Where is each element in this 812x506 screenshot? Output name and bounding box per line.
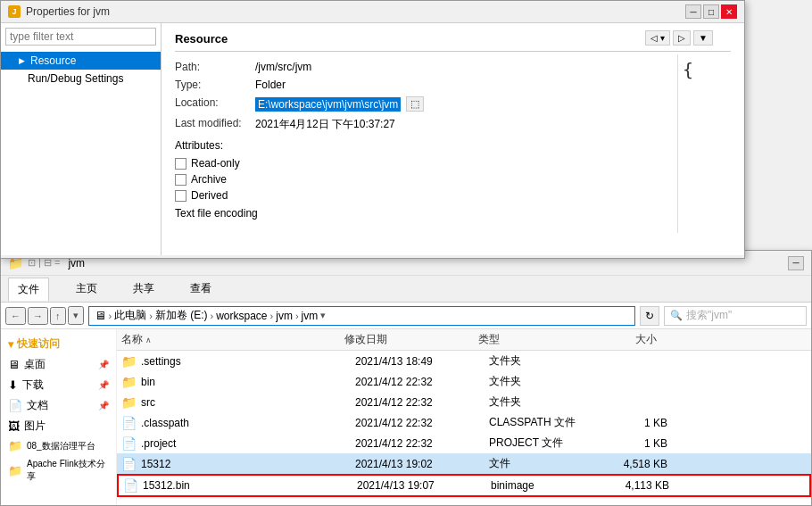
- file-date-settings: 2021/4/13 18:49: [355, 355, 489, 368]
- col-header-size[interactable]: 大小: [585, 332, 657, 347]
- col-header-date[interactable]: 修改日期: [344, 332, 478, 347]
- location-row-content: E:\workspace\jvm\jvm\src\jvm ⬚: [255, 96, 424, 112]
- archive-row: Archive: [175, 173, 731, 186]
- sidebar-item-pictures[interactable]: 🖼 图片: [1, 416, 116, 436]
- nav-item-rundebug[interactable]: Run/Debug Settings: [1, 70, 161, 87]
- sidebar-item-flink[interactable]: 📁 Apache Flink技术分享: [1, 455, 116, 485]
- flink-icon: 📁: [8, 464, 22, 477]
- dropdown-button[interactable]: ▼: [693, 30, 713, 46]
- type-label: Type:: [175, 79, 255, 91]
- pin-icon-documents: 📌: [98, 401, 109, 411]
- file-name-bin: bin: [141, 376, 155, 388]
- recent-nav-button[interactable]: ▾: [68, 306, 84, 325]
- file-list-header: 名称 ∧ 修改日期 类型 大小: [117, 329, 811, 351]
- sidebar-item-documents[interactable]: 📄 文档 📌: [1, 395, 116, 416]
- folder-icon-src: 📁: [121, 395, 137, 410]
- path-label: Path:: [175, 61, 255, 73]
- readonly-checkbox[interactable]: [175, 158, 186, 170]
- address-part-drive[interactable]: 新加卷 (E:): [155, 308, 208, 323]
- location-row: Location: E:\workspace\jvm\jvm\src\jvm ⬚: [175, 96, 731, 112]
- address-part-computer: 🖥: [95, 309, 106, 322]
- address-part-pc[interactable]: 此电脑: [114, 308, 146, 323]
- explorer-body: ▾ 快速访问 🖥 桌面 📌 ⬇ 下载 📌 📄 文档 📌 🖼 图片: [1, 329, 811, 505]
- ribbon-tab-home[interactable]: 主页: [67, 278, 106, 300]
- derived-checkbox[interactable]: [175, 190, 186, 202]
- file-icon-project: 📄: [121, 436, 137, 451]
- sidebar-item-platform[interactable]: 📁 08_数据治理平台: [1, 436, 116, 455]
- file-type-src: 文件夹: [489, 394, 596, 410]
- file-row-src[interactable]: 📁 src 2021/4/12 22:32 文件夹: [117, 392, 811, 412]
- file-date-15312: 2021/4/13 19:02: [355, 458, 489, 470]
- nav-item-resource-label: Resource: [30, 54, 76, 67]
- file-row-classpath[interactable]: 📄 .classpath 2021/4/12 22:32 CLASSPATH 文…: [117, 412, 811, 433]
- file-size-15312: 4,518 KB: [596, 458, 667, 470]
- file-date-bin: 2021/4/12 22:32: [355, 376, 489, 388]
- minimize-button[interactable]: ─: [685, 4, 701, 19]
- file-icon-15312: 📄: [121, 457, 137, 471]
- path-row: Path: /jvm/src/jvm: [175, 61, 731, 73]
- address-path[interactable]: 🖥 › 此电脑 › 新加卷 (E:) › workspace › jvm › j…: [88, 306, 636, 326]
- quick-access-arrow: ▾: [8, 338, 13, 351]
- forward-button[interactable]: ▷: [673, 30, 691, 46]
- close-button[interactable]: ✕: [721, 4, 737, 19]
- file-date-project: 2021/4/12 22:32: [355, 437, 489, 450]
- ribbon-tab-share[interactable]: 共享: [124, 278, 163, 300]
- address-part-jvm1[interactable]: jvm: [276, 310, 293, 322]
- nav-arrow-icon: ▶: [19, 56, 25, 65]
- maximize-button[interactable]: □: [703, 4, 719, 19]
- derived-row: Derived: [175, 189, 731, 202]
- nav-item-resource[interactable]: ▶ Resource: [1, 52, 161, 70]
- file-row-bin[interactable]: 📁 bin 2021/4/12 22:32 文件夹: [117, 371, 811, 392]
- back-nav-button[interactable]: ←: [5, 307, 26, 325]
- encoding-label: Text file encoding: [175, 207, 731, 220]
- sidebar-item-downloads[interactable]: ⬇ 下载 📌: [1, 375, 116, 395]
- file-type-settings: 文件夹: [489, 353, 596, 369]
- file-type-15312bin: binimage: [491, 479, 598, 492]
- refresh-button[interactable]: ↻: [640, 306, 659, 326]
- search-box[interactable]: 🔍 搜索"jvm": [664, 306, 807, 326]
- lastmod-row: Last modified: 2021年4月12日 下午10:37:27: [175, 117, 731, 132]
- folder-icon-settings: 📁: [121, 354, 137, 369]
- readonly-label: Read-only: [191, 157, 240, 170]
- file-name-classpath: .classpath: [141, 417, 189, 429]
- archive-label: Archive: [191, 173, 227, 186]
- file-name-src: src: [141, 396, 155, 409]
- lastmod-value: 2021年4月12日 下午10:37:27: [255, 117, 395, 132]
- lastmod-label: Last modified:: [175, 117, 255, 129]
- address-part-workspace[interactable]: workspace: [216, 310, 267, 322]
- type-row: Type: Folder: [175, 79, 731, 91]
- up-nav-button[interactable]: ↑: [50, 307, 66, 325]
- pin-icon-downloads: 📌: [98, 380, 109, 390]
- forward-nav-button[interactable]: →: [28, 307, 48, 325]
- file-name-project: .project: [141, 437, 176, 450]
- file-row-15312bin[interactable]: 📄 15312.bin 2021/4/13 19:07 binimage 4,1…: [117, 474, 811, 497]
- archive-checkbox[interactable]: [175, 174, 186, 186]
- derived-label: Derived: [191, 189, 228, 202]
- dialog-window-controls: ─ □ ✕: [685, 4, 737, 19]
- back-button[interactable]: ◁ ▾: [645, 30, 670, 46]
- attributes-section: Attributes: Read-only Archive Derived Te…: [175, 139, 731, 220]
- file-size-classpath: 1 KB: [596, 417, 667, 429]
- ribbon-tab-view[interactable]: 查看: [181, 278, 220, 300]
- filter-input[interactable]: [5, 28, 156, 46]
- left-panel: ▶ Resource Run/Debug Settings: [1, 23, 162, 255]
- file-row-15312[interactable]: 📄 15312 2021/4/13 19:02 文件 4,518 KB: [117, 453, 811, 474]
- file-row-project[interactable]: 📄 .project 2021/4/12 22:32 PROJECT 文件 1 …: [117, 433, 811, 453]
- nav-buttons: ← → ↑ ▾: [5, 306, 84, 325]
- desktop-icon: 🖥: [8, 358, 20, 371]
- ribbon-tab-file[interactable]: 文件: [8, 278, 49, 301]
- right-panel: ◁ ▾ ▷ ▼ Resource Path: /jvm/src/jvm Type…: [162, 23, 744, 255]
- browse-button[interactable]: ⬚: [406, 96, 424, 112]
- eclipse-dialog: J Properties for jvm ─ □ ✕ ▶ Resource Ru…: [0, 0, 745, 259]
- explorer-minimize-button[interactable]: ─: [788, 256, 804, 270]
- address-part-jvm2[interactable]: jvm: [302, 310, 319, 322]
- file-size-project: 1 KB: [596, 437, 667, 450]
- type-value: Folder: [255, 79, 286, 91]
- file-row-settings[interactable]: 📁 .settings 2021/4/13 18:49 文件夹: [117, 351, 811, 371]
- col-header-name[interactable]: 名称 ∧: [121, 332, 344, 347]
- dialog-title-icon: J: [8, 5, 21, 18]
- sidebar-item-desktop[interactable]: 🖥 桌面 📌: [1, 354, 116, 375]
- col-header-type[interactable]: 类型: [478, 332, 585, 347]
- file-name-15312: 15312: [141, 458, 170, 470]
- platform-icon: 📁: [8, 439, 22, 452]
